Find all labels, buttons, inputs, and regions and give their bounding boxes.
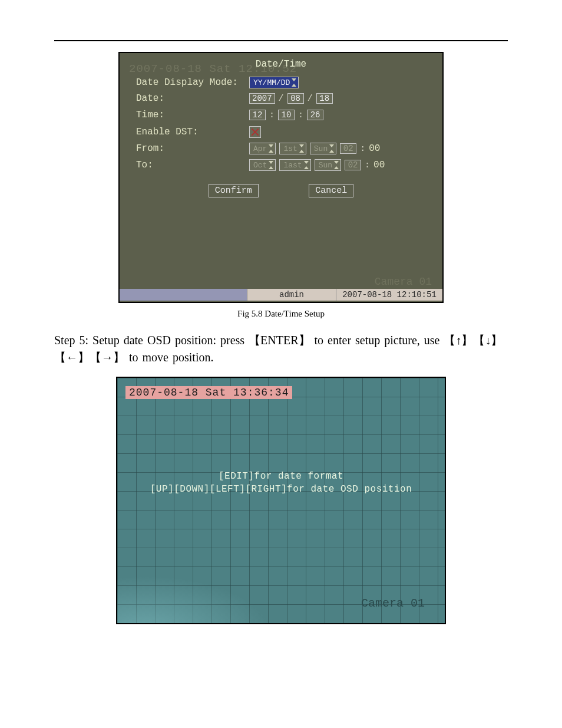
key-enter: 【ENTER】 [249,334,310,347]
hint-arrows: [UP][DOWN][LEFT][RIGHT]for date OSD posi… [117,484,445,495]
row-date: Date: 2007 / 08 / 18 [136,93,333,104]
osd-date-overlay[interactable]: 2007-08-18 Sat 13:36:34 [125,386,292,399]
hint-edit: [EDIT]for date format [117,471,445,482]
key-left: 【←】 [54,351,90,364]
date-sep: / [279,94,284,104]
para-seg2: to enter setup picture, use [310,334,444,347]
para-seg1: Step 5: Setup date OSD position: press [54,334,249,347]
camera-label: Camera 01 [375,276,432,288]
row-to: To: Oct last Sun 02 : 00 [136,159,385,171]
to-month-select[interactable]: Oct [249,159,276,171]
status-bar-left [120,289,247,301]
to-hour-input[interactable]: 02 [345,160,361,170]
status-bar: admin 2007-08-18 12:10:51 [120,289,442,301]
time-hour-input[interactable]: 12 [249,110,266,120]
cancel-button[interactable]: Cancel [309,184,353,197]
row-from: From: Apr 1st Sun 02 : 00 [136,143,380,154]
time-min-input[interactable]: 10 [278,110,295,120]
label-mode: Date Display Mode: [136,77,246,88]
date-display-mode-select[interactable]: YY/MM/DD [249,77,299,88]
label-time: Time: [136,110,246,120]
confirm-button[interactable]: Confirm [209,184,259,197]
para-seg3: to move position. [125,351,213,364]
instruction-paragraph: Step 5: Setup date OSD position: press 【… [54,332,508,366]
date-day-input[interactable]: 18 [316,93,333,104]
to-sep: : [365,160,370,170]
from-month-select[interactable]: Apr [249,143,276,154]
key-right: 【→】 [90,351,125,364]
label-to: To: [136,160,246,170]
from-min: 00 [369,143,380,154]
time-sec-input[interactable]: 26 [307,110,323,120]
to-day-select[interactable]: Sun [315,159,341,171]
figure-1-caption: Fig 5.8 Date/Time Setup [54,309,508,319]
to-week-select[interactable]: last [279,159,310,171]
label-from: From: [136,143,246,154]
figure-1: 2007-08-18 Sat 12:10:52 Date/Time Date D… [118,52,444,303]
dvr-datetime-menu: 2007-08-18 Sat 12:10:52 Date/Time Date D… [118,52,444,303]
date-year-input[interactable]: 2007 [249,93,275,104]
menu-title: Date/Time [256,59,306,70]
time-sep: : [269,110,275,120]
from-week-select[interactable]: 1st [279,143,306,154]
row-date-display-mode: Date Display Mode: YY/MM/DD [136,77,299,88]
row-time: Time: 12 : 10 : 26 [136,110,323,120]
date-sep: / [308,94,313,104]
label-dst: Enable DST: [136,127,246,137]
camera-label-2: Camera 01 [361,597,425,610]
header-rule [54,40,508,41]
button-row: Confirm Cancel [120,184,442,197]
enable-dst-checkbox[interactable] [249,126,261,138]
label-date: Date: [136,93,246,104]
date-month-input[interactable]: 08 [287,93,304,104]
osd-position-screen: 2007-08-18 Sat 13:36:34 [EDIT]for date f… [116,377,446,624]
status-time: 2007-08-18 12:10:51 [336,289,442,301]
from-sep: : [360,144,365,154]
status-user: admin [247,289,336,301]
key-up: 【↑】 [444,334,473,347]
row-enable-dst: Enable DST: [136,126,261,138]
from-hour-input[interactable]: 02 [340,143,356,154]
figure-2: 2007-08-18 Sat 13:36:34 [EDIT]for date f… [116,377,446,624]
osd-grid [117,378,445,623]
from-day-select[interactable]: Sun [310,143,336,154]
to-min: 00 [373,160,385,170]
key-down: 【↓】 [473,334,503,347]
time-sep: : [298,110,303,120]
